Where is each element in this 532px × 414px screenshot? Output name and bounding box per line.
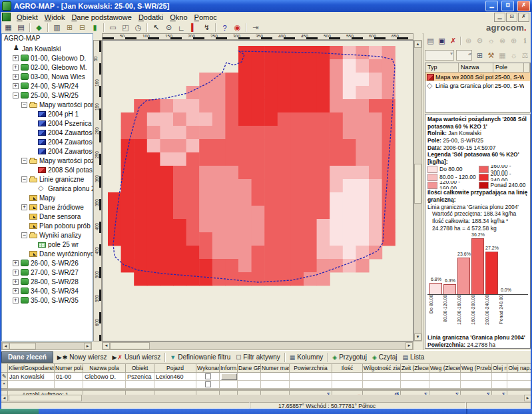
measure-icon[interactable]: ∟ — [175, 23, 188, 33]
bar-chart-icon[interactable]: ▍ — [188, 23, 200, 33]
scroll-right-icon[interactable]: ► — [84, 343, 91, 349]
column-header[interactable]: Pole — [493, 63, 524, 72]
tree-item[interactable]: Mapy — [2, 193, 93, 202]
gear-icon[interactable]: ⚙ — [474, 35, 485, 46]
tree-panel-icon[interactable]: ▦ — [2, 23, 15, 33]
export-icon[interactable]: ⊞ — [63, 23, 76, 33]
column-header[interactable]: Olej n. — [492, 364, 507, 373]
tree-item[interactable]: 2004 pH 1 — [2, 109, 93, 118]
table-row[interactable]: ✎Jan Kowalski01-00Glebowo D.PszenicaLexi… — [1, 373, 532, 381]
tree-item[interactable]: +28-00, S-WR/28 — [2, 277, 93, 286]
column-header[interactable]: Weg (Przebieg) — [461, 364, 492, 373]
tools-icon[interactable]: ⚒ — [485, 50, 497, 61]
map-canvas[interactable] — [102, 40, 413, 341]
scroll-right-icon[interactable]: ► — [405, 342, 413, 349]
czytaj-button[interactable]: ◈Czytaj — [370, 353, 400, 361]
help-icon[interactable]: ? — [218, 23, 231, 33]
menu-obiekt[interactable]: Obiekt — [13, 13, 41, 21]
tree-item[interactable]: 2008 Sól potasowa 60 % K2O — [2, 165, 93, 174]
cursor-icon[interactable]: ↖ — [150, 23, 162, 33]
tree-item[interactable]: +02-00, Glebowo M. — [2, 63, 93, 72]
tree-item[interactable]: Dane wyróżnionych miejsc pola — [2, 249, 93, 258]
print-icon[interactable]: ▥ — [51, 23, 63, 33]
save-icon[interactable]: ▣ — [436, 35, 447, 46]
tree-item[interactable]: −25-00, S-WR/25 — [2, 91, 93, 100]
nowy-wiersz-button[interactable]: ▶✱Nowy wiersz — [55, 353, 110, 361]
combine-icon[interactable]: ⊗ — [497, 35, 508, 46]
column-header[interactable] — [1, 364, 8, 373]
tree-expander-icon[interactable]: + — [13, 65, 19, 71]
select-region-icon[interactable]: ◰ — [119, 23, 132, 33]
tree-item[interactable]: 2004 Zawartosc fosforu 1 — [2, 128, 93, 137]
tree-item[interactable]: 2004 Pszenica ozima 1 — [2, 118, 93, 128]
tree-item[interactable]: −Wyniki analizy — [2, 230, 93, 240]
line-chart-icon[interactable]: ↯ — [200, 23, 213, 33]
tree-item[interactable]: Granica plonu 2004 — [2, 184, 93, 193]
green-bar-icon[interactable]: ▮ — [89, 23, 101, 33]
tree-item[interactable]: +01-00, Glebowo D. — [2, 53, 93, 63]
scroll-thumb[interactable] — [9, 343, 36, 349]
tree-item[interactable]: +34-00, S-WR/34 — [2, 286, 93, 296]
scale-icon[interactable]: ⚖ — [519, 50, 531, 61]
column-header[interactable]: Wilgotność ziarna — [363, 364, 401, 373]
layer-row[interactable]: Linia grani...Granica plon...25-00, S-W.… — [425, 81, 530, 90]
scroll-left-icon[interactable]: ◄ — [1, 395, 8, 401]
layer-row[interactable]: Mapa wart...2008 Sól pot...25-00, S-W... — [425, 73, 530, 81]
tree-expander-icon[interactable]: − — [21, 176, 27, 182]
restore-button[interactable]: ⊡ — [501, 1, 514, 11]
column-header[interactable]: Nazwa pola — [83, 364, 126, 373]
tree-item[interactable]: +26-00, S-WR/26 — [2, 258, 93, 268]
clock-icon[interactable]: ◷ — [132, 23, 144, 33]
kolumny-button[interactable]: ▦Kolumny — [287, 353, 326, 361]
column-header[interactable]: Obiekt — [126, 364, 154, 373]
scroll-up-icon[interactable]: ▲ — [414, 41, 421, 48]
mdi-minimize-button[interactable]: ▁ — [494, 13, 505, 22]
column-header[interactable]: Olej nap. — [507, 364, 532, 373]
tree-item[interactable]: 2004 Zawartosc potasu 1 — [2, 146, 93, 156]
scroll-down-icon[interactable]: ▼ — [414, 333, 421, 341]
mdi-restore-button[interactable]: ⊡ — [506, 13, 517, 22]
column-header[interactable]: Numer maszyny — [261, 364, 290, 373]
checkbox[interactable] — [205, 381, 211, 387]
menu-pomoc[interactable]: Pomoc — [191, 13, 220, 21]
tree-expander-icon[interactable]: + — [13, 74, 19, 80]
new-document-icon[interactable]: ▤ — [15, 23, 27, 33]
column-header[interactable]: Klient/Gospodarstwo — [8, 364, 55, 373]
tree-expander-icon[interactable]: + — [13, 298, 19, 304]
usun-wiersz-button[interactable]: ▶✗Usuń wiersz — [109, 353, 163, 361]
zoom-icon[interactable]: ⊙ — [162, 23, 175, 33]
tree-item[interactable]: −Linie graniczne — [2, 174, 93, 184]
tree-expander-icon[interactable]: + — [13, 270, 19, 276]
scroll-left-icon[interactable]: ◄ — [103, 342, 110, 349]
column-header[interactable]: Typ — [425, 63, 459, 72]
globe-icon[interactable]: ☼ — [508, 50, 519, 61]
tree-expander-icon[interactable]: + — [13, 260, 19, 266]
column-header[interactable]: Nazwa — [459, 63, 493, 72]
menu-widok[interactable]: Widok — [41, 13, 69, 21]
tree-expander-icon[interactable]: − — [21, 158, 27, 164]
table-row[interactable]: * — [1, 381, 532, 389]
tree-item[interactable]: 2004 Zawartosc magnezu 1 — [2, 137, 93, 146]
add-icon[interactable]: ⊕ — [508, 35, 519, 46]
tree-expander-icon[interactable]: − — [21, 232, 27, 238]
column-header[interactable]: Dane GPS — [238, 364, 261, 373]
scroll-thumb[interactable] — [9, 395, 82, 401]
scroll-thumb[interactable] — [414, 164, 421, 204]
mdi-close-button[interactable]: ✗ — [518, 13, 529, 22]
tree-item[interactable]: Dane sensora — [2, 212, 93, 221]
menu-okno[interactable]: Okno — [166, 13, 190, 21]
tree-item[interactable]: Plan poboru prób — [2, 221, 93, 230]
tree-item[interactable]: pole 25 wr — [2, 240, 93, 249]
column-header[interactable]: Powierzchnia — [290, 364, 332, 373]
lista-button[interactable]: ▤Lista — [400, 353, 427, 361]
tree-item[interactable]: +35-00, S-WR/35 — [2, 296, 93, 305]
tree-horizontal-scrollbar[interactable]: ◄ ► — [1, 342, 92, 350]
tree-expander-icon[interactable]: + — [13, 55, 19, 61]
map-vertical-scrollbar[interactable]: ▲ ▼ — [413, 40, 422, 341]
tree-item[interactable]: −Mapy wartości pożądanych — [2, 156, 93, 165]
grid-icon[interactable]: ▦ — [497, 50, 508, 61]
taskbar-button[interactable] — [0, 409, 39, 414]
scroll-thumb[interactable] — [110, 342, 150, 349]
tree-expander-icon[interactable]: + — [13, 83, 19, 89]
layer-dropdown[interactable] — [425, 50, 454, 61]
